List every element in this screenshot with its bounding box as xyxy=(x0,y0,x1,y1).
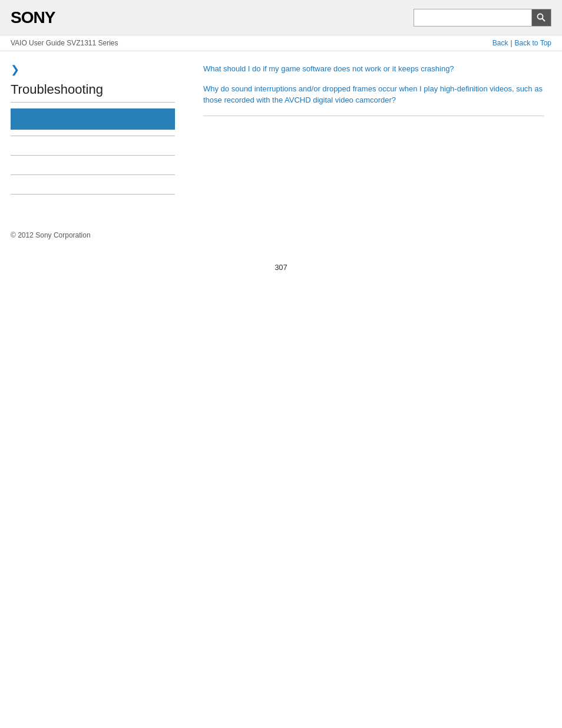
sidebar-link-2[interactable] xyxy=(11,162,175,169)
back-to-top-link[interactable]: Back to Top xyxy=(515,39,551,47)
expand-arrow[interactable]: ❯ xyxy=(11,63,175,82)
sidebar-divider-2 xyxy=(11,155,175,156)
content-area: What should I do if my game software doe… xyxy=(186,51,562,219)
sony-logo: SONY xyxy=(11,8,55,27)
sidebar-divider-3 xyxy=(11,174,175,175)
sidebar-link-1[interactable] xyxy=(11,142,175,149)
search-area xyxy=(414,9,551,27)
page-number: 307 xyxy=(0,251,562,284)
sidebar-divider-4 xyxy=(11,194,175,195)
nav-links: Back | Back to Top xyxy=(492,39,551,47)
page-footer: © 2012 Sony Corporation xyxy=(0,219,562,251)
search-input[interactable] xyxy=(414,9,531,27)
svg-point-0 xyxy=(538,14,543,19)
copyright-text: © 2012 Sony Corporation xyxy=(11,231,91,239)
breadcrumb: VAIO User Guide SVZ1311 Series xyxy=(11,39,118,47)
content-divider xyxy=(203,116,544,116)
svg-line-1 xyxy=(543,18,546,21)
main-content: ❯ Troubleshooting What should I do if my… xyxy=(0,51,562,219)
sidebar: ❯ Troubleshooting xyxy=(0,51,186,219)
sidebar-active-item[interactable] xyxy=(11,108,175,130)
sidebar-link-3[interactable] xyxy=(11,181,175,188)
nav-bar: VAIO User Guide SVZ1311 Series Back | Ba… xyxy=(0,35,562,51)
search-icon xyxy=(537,13,546,22)
search-button[interactable] xyxy=(531,9,551,27)
sidebar-title: Troubleshooting xyxy=(11,82,175,103)
back-link[interactable]: Back xyxy=(492,39,508,47)
sidebar-link-4[interactable] xyxy=(11,200,175,207)
nav-separator: | xyxy=(510,39,512,47)
content-link-2[interactable]: Why do sound interruptions and/or droppe… xyxy=(203,83,544,106)
content-link-1[interactable]: What should I do if my game software doe… xyxy=(203,63,544,75)
sidebar-divider-1 xyxy=(11,136,175,136)
page-header: SONY xyxy=(0,0,562,35)
